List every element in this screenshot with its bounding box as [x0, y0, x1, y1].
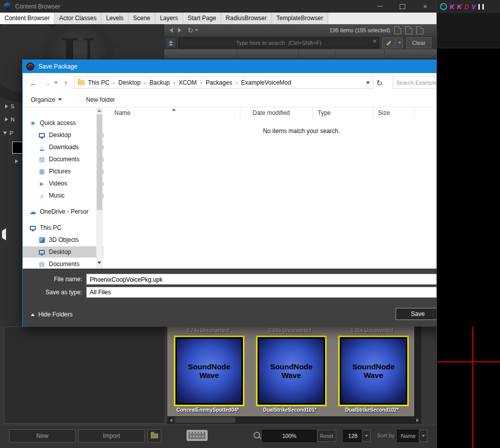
zoom-level-box[interactable]: 100%	[262, 430, 317, 442]
history-dropdown-icon[interactable]	[54, 82, 58, 84]
scroll-left-icon[interactable]	[170, 418, 172, 422]
vertical-scrollbar[interactable]	[414, 327, 421, 416]
tab-radius-browser[interactable]: RadiusBrowser	[221, 13, 272, 24]
package-action-icon[interactable]	[416, 26, 423, 34]
curve-tool-icon-k1[interactable]: K	[450, 4, 454, 10]
new-folder-button[interactable]: New folder	[86, 96, 115, 103]
column-header-date-modified[interactable]: Date modified	[240, 107, 313, 118]
file-name-combobox[interactable]	[86, 274, 494, 285]
breadcrumb-desktop[interactable]: Desktop	[115, 79, 144, 86]
address-refresh-button[interactable]: ↻	[377, 79, 383, 87]
scrollbar-thumb[interactable]	[97, 114, 102, 210]
tab-levels[interactable]: Levels	[101, 13, 129, 24]
clear-filter-button[interactable]: Clear	[406, 37, 431, 48]
forward-button[interactable]: →	[43, 79, 51, 87]
history-back-icon[interactable]	[169, 28, 173, 33]
sidebar-scrollbar[interactable]	[96, 107, 103, 269]
sort-dropdown[interactable]	[419, 430, 427, 442]
soundnodewave-tile[interactable]: SoundNode Wave	[256, 336, 327, 406]
up-button[interactable]: ↑	[64, 79, 68, 87]
tree-item[interactable]	[15, 159, 18, 163]
tab-start-page[interactable]: Start Page	[183, 13, 221, 24]
breadcrumb-xcom[interactable]: XCOM	[175, 79, 200, 86]
package-action-icon[interactable]	[405, 26, 412, 34]
asset-duration: 0.74s Unconverted	[174, 328, 241, 333]
column-header-size[interactable]: Size	[373, 107, 415, 118]
minimize-button[interactable]	[368, 0, 391, 13]
tab-layers[interactable]: Layers	[155, 13, 183, 24]
zoom-reset-button[interactable]: Reset	[317, 430, 336, 442]
asset-search-input[interactable]	[178, 37, 379, 48]
scroll-right-icon[interactable]	[416, 418, 419, 422]
column-header-type[interactable]: Type	[313, 107, 373, 118]
maximize-button[interactable]	[391, 0, 414, 13]
breadcrumb-examplevoicemod[interactable]: ExampleVoiceMod	[237, 79, 294, 86]
keyboard-icon[interactable]	[186, 430, 208, 441]
new-button[interactable]: New	[9, 429, 76, 442]
refresh-icon[interactable]: ↻	[188, 27, 194, 34]
organize-menu[interactable]: Organize	[31, 96, 62, 103]
scrollbar-thumb[interactable]	[175, 417, 235, 423]
filter-wrench-button[interactable]	[382, 37, 395, 48]
sidebar-item-3d-objects[interactable]: 3D Objects	[23, 234, 103, 245]
record-circle-icon[interactable]	[440, 3, 447, 10]
breadcrumb-packages[interactable]: Packages	[202, 79, 236, 86]
sidebar-item-this-pc[interactable]: This PC	[23, 222, 102, 233]
tree-item[interactable]: P	[3, 130, 13, 136]
document-icon	[38, 155, 46, 163]
refresh-dropdown-icon[interactable]	[195, 29, 198, 31]
dialog-body: Quick access Desktop Downloads Documents	[23, 107, 498, 269]
sidebar-item-desktop[interactable]: Desktop	[23, 130, 103, 141]
sidebar-item-videos[interactable]: Videos	[23, 178, 103, 189]
clear-search-icon[interactable]: ×	[373, 38, 377, 44]
back-button[interactable]: ←	[30, 79, 37, 87]
sidebar-item-desktop-selected[interactable]: Desktop	[23, 246, 103, 258]
filter-dropdown-button[interactable]	[396, 37, 403, 48]
breadcrumb-backup[interactable]: Backup	[146, 79, 173, 86]
horizontal-scrollbar[interactable]	[167, 416, 421, 424]
sidebar-item-quick-access[interactable]: Quick access	[23, 117, 102, 129]
browser-footer: New Import 100% Reset 128 Sort by Name	[0, 425, 436, 448]
sidebar-item-music[interactable]: Music	[23, 190, 103, 201]
sidebar-item-documents[interactable]: Documents	[23, 154, 103, 165]
tab-actor-classes[interactable]: Actor Classes	[54, 13, 101, 24]
hide-folders-button[interactable]: Hide Folders	[31, 311, 73, 318]
curve-tool-icon-k2[interactable]: K	[457, 4, 461, 10]
tree-item[interactable]: S	[5, 103, 14, 109]
sort-value-box[interactable]: Name	[397, 430, 419, 442]
breadcrumb-this-pc[interactable]: This PC	[85, 79, 113, 86]
tile-label-line1: SoundNode	[188, 362, 230, 371]
thumb-size-box[interactable]: 128	[343, 430, 362, 442]
tab-content-browser[interactable]: Content Browser	[0, 13, 54, 24]
history-forward-icon[interactable]	[178, 28, 181, 33]
sidebar-item-documents-pc[interactable]: Documents	[23, 259, 103, 269]
package-action-icon[interactable]	[394, 26, 401, 34]
sidebar-item-downloads[interactable]: Downloads	[23, 142, 103, 153]
soundnodewave-thumbnail: SoundNode Wave	[259, 339, 324, 403]
sidebar-item-pictures[interactable]: Pictures	[23, 166, 103, 177]
asset-duration: 0.90s Unconverted	[338, 328, 406, 333]
scroll-down-icon[interactable]	[97, 262, 101, 264]
curve-tool-icon-d[interactable]: D	[464, 4, 469, 10]
save-as-type-combobox[interactable]: All Files	[86, 287, 494, 298]
sidebar-item-onedrive[interactable]: OneDrive - Persor	[23, 206, 102, 217]
tree-item[interactable]: N	[5, 116, 15, 122]
panel-collapse-arrow[interactable]	[2, 231, 6, 238]
file-name-input[interactable]	[87, 274, 487, 285]
soundnodewave-tile[interactable]: SoundNode Wave	[338, 336, 409, 406]
save-package-dialog: Save Package × ← → ↑ This PC Desktop Bac…	[22, 59, 499, 327]
save-button[interactable]: Save	[396, 308, 440, 320]
chevron-down-icon	[365, 435, 368, 437]
tab-template-browser[interactable]: TemplateBrowser	[272, 13, 328, 24]
thumb-size-dropdown[interactable]	[362, 430, 370, 442]
import-button[interactable]: Import	[78, 429, 145, 442]
collapse-filters-button[interactable]	[165, 37, 176, 48]
close-button[interactable]: ×	[414, 0, 436, 13]
scroll-up-icon[interactable]	[97, 109, 101, 112]
tab-scene[interactable]: Scene	[129, 13, 155, 24]
curve-tool-icon-v[interactable]: V	[471, 4, 476, 10]
open-folder-button[interactable]	[147, 429, 161, 442]
asset-search-row: × Clear	[164, 36, 436, 49]
soundnodewave-tile[interactable]: SoundNode Wave	[174, 336, 244, 406]
address-dropdown-button[interactable]	[364, 77, 372, 88]
